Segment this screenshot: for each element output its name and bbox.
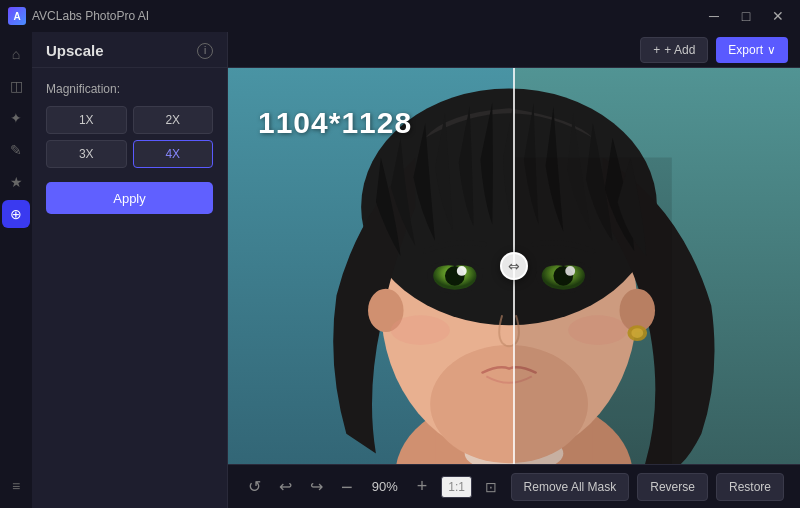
- panel-title: Upscale: [46, 42, 104, 59]
- panel-header: Upscale i: [32, 32, 227, 68]
- sidebar-item-magic[interactable]: ✦: [2, 104, 30, 132]
- svg-point-17: [457, 266, 467, 276]
- panel-body: Magnification: 1X 2X 3X 4X Apply: [32, 68, 227, 228]
- zoom-value: 90%: [367, 479, 403, 494]
- panel-info-button[interactable]: i: [197, 43, 213, 59]
- sidebar-item-layers[interactable]: ◫: [2, 72, 30, 100]
- reverse-button[interactable]: Reverse: [637, 473, 708, 501]
- main-layout: ⌂ ◫ ✦ ✎ ★ ⊕ ≡ Upscale i Magnification: 1…: [0, 32, 800, 508]
- resolution-overlay: 1104*1128: [258, 106, 412, 140]
- bottom-toolbar: ↺ ↩ ↪ − 90% + 1:1 ⊡ Remove All Mask Reve…: [228, 464, 800, 508]
- close-button[interactable]: ✕: [764, 6, 792, 26]
- redo-icon[interactable]: ↪: [306, 473, 327, 500]
- titlebar-left: A AVCLabs PhotoPro AI: [8, 7, 149, 25]
- mag-btn-1x[interactable]: 1X: [46, 106, 127, 134]
- svg-rect-24: [514, 158, 672, 464]
- magnification-grid: 1X 2X 3X 4X: [46, 106, 213, 168]
- restore-button[interactable]: Restore: [716, 473, 784, 501]
- maximize-button[interactable]: □: [732, 6, 760, 26]
- mag-btn-3x[interactable]: 3X: [46, 140, 127, 168]
- mag-btn-2x[interactable]: 2X: [133, 106, 214, 134]
- undo-icon[interactable]: ↩: [275, 473, 296, 500]
- sidebar-item-edit[interactable]: ⊕: [2, 200, 30, 228]
- add-plus-icon: +: [653, 43, 660, 57]
- split-handle[interactable]: ⇔: [500, 252, 528, 280]
- sidebar-item-home[interactable]: ⌂: [2, 40, 30, 68]
- titlebar-title: AVCLabs PhotoPro AI: [32, 9, 149, 23]
- image-viewer: 1104*1128 ⇔: [228, 68, 800, 464]
- toolbar-right: Remove All Mask Reverse Restore: [511, 473, 784, 501]
- sidebar-item-settings[interactable]: ≡: [2, 472, 30, 500]
- titlebar: A AVCLabs PhotoPro AI ─ □ ✕: [0, 0, 800, 32]
- titlebar-controls: ─ □ ✕: [700, 6, 792, 26]
- sidebar-item-brush[interactable]: ✎: [2, 136, 30, 164]
- zoom-out-icon[interactable]: −: [337, 473, 357, 501]
- export-button[interactable]: Export ∨: [716, 37, 788, 63]
- app-icon: A: [8, 7, 26, 25]
- icon-sidebar: ⌂ ◫ ✦ ✎ ★ ⊕ ≡: [0, 32, 32, 508]
- svg-point-22: [391, 315, 450, 345]
- ratio-button[interactable]: 1:1: [441, 476, 472, 498]
- apply-button[interactable]: Apply: [46, 182, 213, 214]
- mag-btn-4x[interactable]: 4X: [133, 140, 214, 168]
- toolbar-left: ↺ ↩ ↪ − 90% + 1:1 ⊡: [244, 473, 500, 501]
- export-chevron-icon: ∨: [767, 43, 776, 57]
- refresh-icon[interactable]: ↺: [244, 473, 265, 500]
- magnification-label: Magnification:: [46, 82, 213, 96]
- export-label: Export: [728, 43, 763, 57]
- panel-sidebar: Upscale i Magnification: 1X 2X 3X 4X App…: [32, 32, 228, 508]
- add-button[interactable]: + + Add: [640, 37, 708, 63]
- remove-all-mask-button[interactable]: Remove All Mask: [511, 473, 630, 501]
- canvas-area: + + Add Export ∨: [228, 32, 800, 508]
- fit-icon[interactable]: ⊡: [482, 476, 500, 498]
- canvas-topbar: + + Add Export ∨: [228, 32, 800, 68]
- minimize-button[interactable]: ─: [700, 6, 728, 26]
- image-container: 1104*1128 ⇔: [228, 68, 800, 464]
- sidebar-item-star[interactable]: ★: [2, 168, 30, 196]
- zoom-in-icon[interactable]: +: [413, 474, 432, 499]
- split-handle-icon: ⇔: [508, 258, 520, 274]
